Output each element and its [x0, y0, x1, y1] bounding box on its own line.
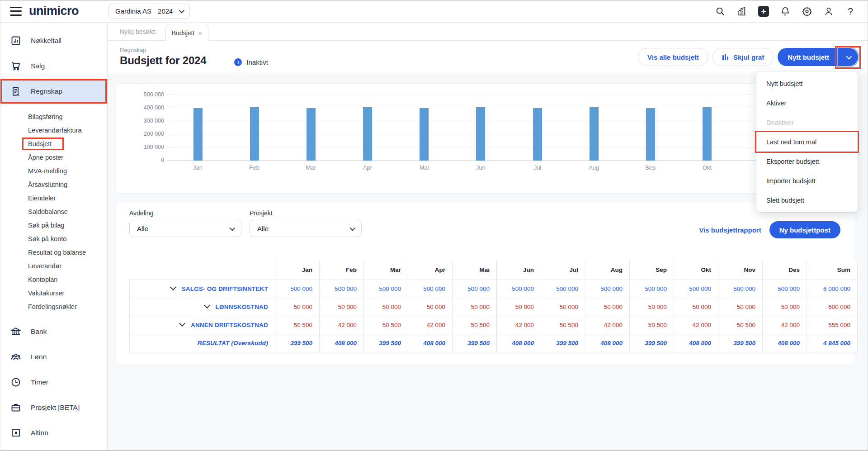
table-cell: 50 000 — [718, 298, 763, 316]
profile-icon[interactable] — [823, 5, 835, 17]
table-cell: 500 000 — [718, 280, 763, 298]
table-cell: 50 000 — [453, 298, 497, 316]
sidebar-subitem-kontoplan[interactable]: Kontoplan — [0, 273, 107, 286]
sidebar-item-nøkkeltall[interactable]: Nøkkeltall — [0, 28, 107, 53]
info-icon[interactable]: i — [234, 58, 242, 66]
company-selector[interactable]: Gardinia AS 2024 — [108, 4, 190, 19]
menu-item-eksporter-budsjett[interactable]: Eksporter budsjett — [756, 152, 858, 171]
new-budget-caret-button[interactable] — [838, 48, 858, 66]
sidebar-item-lønn[interactable]: Lønn — [0, 344, 107, 370]
table-cell: 399 500 — [453, 334, 497, 352]
menu-item-aktiver[interactable]: Aktiver — [756, 93, 858, 113]
prosjekt-select[interactable]: Alle — [250, 220, 362, 237]
cart-icon — [10, 60, 22, 72]
table-cell: 500 000 — [674, 280, 718, 298]
sidebar-subitem-saldobalanse[interactable]: Saldobalanse — [0, 205, 107, 218]
hide-graph-button[interactable]: Skjul graf — [712, 48, 774, 66]
sidebar-item-label: Prosjekt [BETA] — [31, 404, 80, 412]
sidebar-subitem-åpne-poster[interactable]: Åpne poster — [0, 151, 107, 164]
chevron-down-icon[interactable] — [179, 320, 185, 327]
help-icon[interactable]: ? — [844, 5, 856, 17]
sidebar-subitem-leverandørfaktura[interactable]: Leverandørfaktura — [0, 123, 107, 137]
table-cell: 408 000 — [408, 334, 453, 352]
table-cell: 399 500 — [275, 334, 320, 352]
table-cell: 50 500 — [718, 316, 763, 334]
menu-item-nytt-budsjett[interactable]: Nytt budsjett — [756, 74, 858, 93]
table-cell: 500 000 — [453, 280, 497, 298]
chevron-down-icon — [846, 53, 852, 59]
bar-slot-jul: Jul — [510, 95, 566, 161]
column-header-jul: Jul — [541, 260, 585, 280]
sidebar-subitem-bilagsføring[interactable]: Bilagsføring — [0, 110, 107, 123]
x-tick-label: Mai — [420, 164, 429, 171]
menu-item-last-ned-tom-mal[interactable]: Last ned tom mal — [756, 132, 858, 152]
notifications-icon[interactable] — [779, 5, 791, 17]
row-label-text: ANNEN DRIFTSKOSTNAD — [191, 322, 268, 328]
sidebar-item-salg[interactable]: Salg — [0, 53, 107, 79]
table-corner-cell — [130, 260, 275, 280]
company-name: Gardinia AS — [115, 7, 151, 15]
table-cell: 408 000 — [674, 334, 718, 352]
bar-apr — [363, 107, 372, 161]
close-icon[interactable]: × — [198, 29, 202, 37]
menu-item-importer-budsjett[interactable]: Importer budsjett — [756, 171, 858, 190]
row-label-annen-driftskostnad[interactable]: ANNEN DRIFTSKOSTNAD — [130, 316, 275, 334]
sidebar-subitem-eiendeler[interactable]: Eiendeler — [0, 191, 107, 205]
bar-aug — [590, 107, 599, 161]
table-cell: 555 000 — [807, 316, 858, 334]
table-cell: 42 000 — [408, 316, 453, 334]
sidebar-subitem-årsavslutning[interactable]: Årsavslutning — [0, 178, 107, 191]
sidebar-subitem-resultat-og-balanse[interactable]: Resultat og balanse — [0, 246, 107, 259]
sidebar-item-bank[interactable]: Bank — [0, 319, 107, 344]
bar-slot-jun: Jun — [453, 95, 510, 161]
sidebar-item-timer[interactable]: Timer — [0, 370, 107, 395]
tab-budsjett[interactable]: Budsjett × — [165, 25, 208, 41]
sidebar-subitem-søk-på-bilag[interactable]: Søk på bilag — [0, 218, 107, 232]
sidebar-subitem-leverandør[interactable]: Leverandør — [0, 259, 107, 273]
column-header-des: Des — [763, 260, 807, 280]
table-cell: 500 000 — [497, 280, 541, 298]
y-tick-label: 200 000 — [136, 131, 164, 137]
row-label-lønnskostnad[interactable]: LØNNSKOSTNAD — [130, 298, 275, 316]
menu-item-slett-budsjett[interactable]: Slett budsjett — [756, 190, 858, 210]
sidebar-subitem-budsjett[interactable]: Budsjett — [0, 137, 107, 151]
new-budget-button[interactable]: Nytt budsjett — [778, 48, 837, 66]
sidebar-item-altinn[interactable]: Altinn — [0, 420, 107, 446]
show-budget-report-link[interactable]: Vis budsjettrapport — [699, 226, 761, 234]
avdeling-select[interactable]: Alle — [129, 220, 241, 237]
sidebar-subitem-mva-melding[interactable]: MVA-melding — [0, 164, 107, 178]
organization-icon[interactable] — [736, 5, 748, 17]
hamburger-menu-icon[interactable] — [10, 7, 22, 16]
sidebar-item-regnskap[interactable]: Regnskap — [0, 79, 107, 104]
bar-feb — [250, 107, 259, 161]
sidebar-subitem-søk-på-konto[interactable]: Søk på konto — [0, 232, 107, 246]
column-header-sep: Sep — [630, 260, 674, 280]
recently-visited-label: Nylig besøkt: — [120, 28, 156, 35]
x-tick-label: Jul — [534, 164, 542, 171]
chevron-down-icon[interactable] — [204, 302, 210, 309]
sidebar-item-prosjekt-beta[interactable]: Prosjekt [BETA] — [0, 395, 107, 420]
page-header: Regnskap Budsjett for 2024 i Inaktivt Vi… — [108, 41, 868, 75]
add-icon[interactable]: + — [758, 5, 769, 17]
table-cell: 500 000 — [320, 280, 364, 298]
column-header-apr: Apr — [408, 260, 453, 280]
sidebar-subitem-fordelingsnøkler[interactable]: Fordelingsnøkler — [0, 300, 107, 313]
table-cell: 500 000 — [408, 280, 453, 298]
table-cell: 408 000 — [585, 334, 630, 352]
table-cell: 399 500 — [630, 334, 674, 352]
settings-icon[interactable] — [801, 5, 813, 17]
chevron-down-icon[interactable] — [170, 284, 176, 290]
sidebar-subitem-valutakurser[interactable]: Valutakurser — [0, 286, 107, 300]
bar-slot-mar: Mar — [283, 95, 340, 161]
search-icon[interactable] — [714, 5, 726, 17]
table-cell: 50 000 — [497, 298, 541, 316]
row-label-resultat-overskudd[interactable]: RESULTAT (Overskudd) — [130, 334, 275, 352]
budget-bar-chart: 0100 000200 000300 000400 000500 000 Jan… — [136, 95, 849, 181]
new-budget-post-button[interactable]: Ny budsjettpost — [769, 221, 840, 238]
bar-jan — [193, 108, 203, 161]
show-all-budgets-button[interactable]: Vis alle budsjett — [638, 48, 708, 66]
table-cell: 4 845 000 — [807, 334, 858, 352]
row-label-salgs-og-driftsinntekt[interactable]: SALGS- OG DRIFTSINNTEKT — [130, 280, 275, 298]
y-tick-label: 0 — [136, 157, 164, 163]
table-cell: 6 000 000 — [807, 280, 858, 298]
